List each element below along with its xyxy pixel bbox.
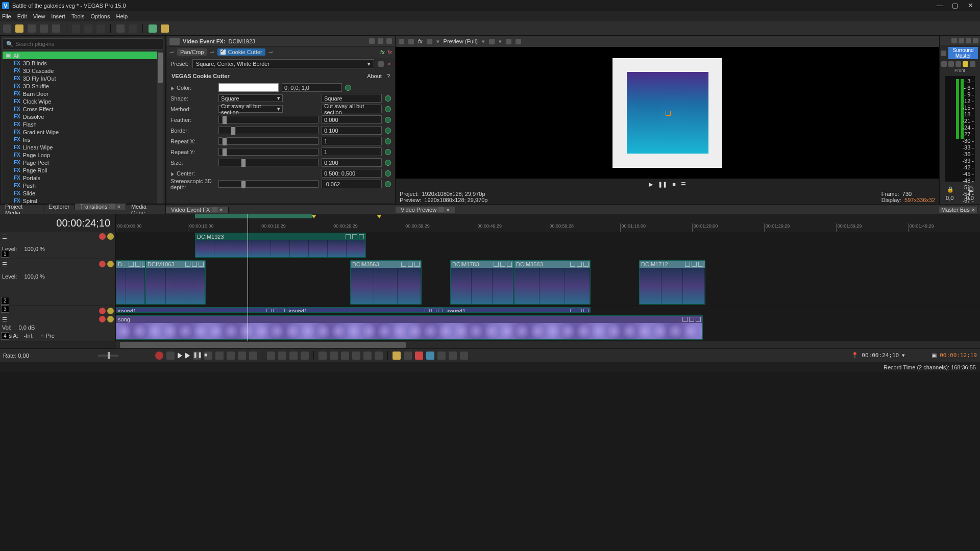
flag4-icon[interactable]: [426, 352, 434, 360]
mute-icon[interactable]: [99, 308, 106, 314]
menu-icon[interactable]: ☰: [2, 316, 7, 323]
plugin-item[interactable]: FX3D Fly In/Out: [3, 74, 163, 82]
param-value[interactable]: 1: [322, 147, 382, 156]
menu-view[interactable]: View: [33, 13, 45, 19]
misc3-icon[interactable]: [460, 352, 468, 360]
keyframe-icon[interactable]: [385, 138, 391, 144]
save-preset-icon[interactable]: [378, 61, 384, 67]
menu-help[interactable]: Help: [116, 13, 128, 19]
track-header[interactable]: ☰Vol: 0,0 dBBus A: -Inf. ○ Pre4: [0, 314, 116, 341]
level-value[interactable]: 100,0 %: [24, 246, 44, 252]
menu-insert[interactable]: Insert: [51, 13, 65, 19]
clip-crop-icon[interactable]: [425, 309, 430, 313]
clip-menu-icon[interactable]: [583, 309, 589, 313]
plugin-item[interactable]: FX3D Shuffle: [3, 82, 163, 90]
quant-icon[interactable]: [341, 352, 349, 360]
track-surface[interactable]: song: [116, 314, 980, 341]
save-icon[interactable]: [28, 24, 36, 33]
play-icon[interactable]: [185, 353, 190, 359]
pause-icon[interactable]: ❚❚: [658, 181, 667, 188]
keyframe-icon[interactable]: [385, 95, 391, 102]
clip-crop-icon[interactable]: [346, 234, 351, 239]
fx-clip-icon[interactable]: [169, 38, 180, 45]
param-slider[interactable]: [218, 159, 318, 166]
clip[interactable]: DCIM3563: [350, 260, 422, 305]
close-tab-icon[interactable]: ×: [972, 207, 975, 213]
chain-pancrop[interactable]: Pan/Crop: [177, 48, 207, 56]
menu-icon[interactable]: ☰: [2, 234, 7, 240]
plugin-item[interactable]: FXCross Effect: [3, 105, 163, 113]
pre-label[interactable]: Pre: [46, 333, 55, 339]
master-settings-icon[interactable]: [951, 38, 957, 43]
marker[interactable]: [312, 215, 316, 218]
clip-menu-icon[interactable]: [280, 309, 285, 313]
plugin-item[interactable]: FXPage Peel: [3, 159, 163, 166]
track-header[interactable]: ☰Level: 100,0 %1: [0, 232, 116, 259]
param-value[interactable]: Cut away all but section: [322, 105, 382, 113]
tab-media-gen[interactable]: Media Gene: [126, 204, 166, 216]
param-value[interactable]: 0,500; 0,500: [322, 169, 382, 178]
tool-z-icon[interactable]: [301, 352, 309, 360]
fx-remove-icon[interactable]: fx: [387, 49, 392, 55]
flag2-icon[interactable]: [404, 352, 412, 360]
keyframe-icon[interactable]: [385, 106, 391, 112]
master-output-icon[interactable]: [941, 51, 946, 56]
tab-explorer[interactable]: Explorer: [43, 204, 75, 210]
minimize-button[interactable]: —: [932, 2, 947, 9]
tool-normal-icon[interactable]: [267, 352, 275, 360]
master-a-icon[interactable]: [948, 61, 954, 67]
tab-video-preview[interactable]: Video Preview×: [396, 207, 455, 213]
clip[interactable]: DCIM1712: [639, 260, 705, 305]
preview-viewport[interactable]: [396, 47, 939, 179]
param-value[interactable]: 0,100: [322, 126, 382, 135]
plugin-item[interactable]: FXIris: [3, 136, 163, 143]
track-header[interactable]: ☰Level: 100,0 %2: [0, 259, 116, 306]
solo-icon[interactable]: [107, 316, 114, 322]
clip-crop-icon[interactable]: [185, 262, 190, 267]
menu-options[interactable]: Options: [91, 13, 110, 19]
clip[interactable]: D...: [116, 260, 145, 305]
record-icon[interactable]: [155, 352, 163, 360]
chain-cookiecutter[interactable]: Cookie Cutter: [217, 48, 265, 56]
clip-crop-icon[interactable]: [401, 262, 406, 267]
tree-root[interactable]: ▣All: [3, 52, 163, 59]
clip-menu-icon[interactable]: [583, 262, 589, 267]
misc2-icon[interactable]: [449, 352, 457, 360]
plugin-item[interactable]: FXGradient Wipe: [3, 128, 163, 136]
plugin-item[interactable]: FXDissolve: [3, 113, 163, 120]
clip-crop-icon[interactable]: [685, 262, 690, 267]
undock-icon[interactable]: [212, 207, 217, 212]
master-dim-icon[interactable]: [973, 38, 978, 43]
clip-fx-icon[interactable]: [431, 309, 436, 313]
clip-menu-icon[interactable]: [414, 262, 420, 267]
close-button[interactable]: ✕: [963, 2, 978, 9]
keyframe-icon[interactable]: [385, 117, 391, 123]
tool1-icon[interactable]: [149, 24, 157, 33]
auto-icon[interactable]: [363, 352, 372, 360]
layout2-icon[interactable]: [378, 38, 383, 44]
undock-icon[interactable]: [438, 207, 444, 212]
solo-icon[interactable]: [107, 308, 114, 314]
plugin-item[interactable]: FXPage Loop: [3, 151, 163, 159]
tool-zoom-icon[interactable]: [289, 352, 298, 360]
layout3-icon[interactable]: [386, 38, 392, 44]
clip-fx-icon[interactable]: [408, 262, 413, 267]
tool2-icon[interactable]: [161, 24, 169, 33]
clip-fx-icon[interactable]: [692, 262, 697, 267]
mute-icon[interactable]: [99, 316, 106, 322]
vol-value[interactable]: 0,0 dB: [18, 324, 35, 331]
loop-region[interactable]: [195, 214, 312, 218]
clip-menu-icon[interactable]: [698, 262, 703, 267]
rate-display[interactable]: Rate: 0,00: [3, 353, 95, 359]
keyframe-icon[interactable]: [385, 181, 391, 187]
master-expand-icon[interactable]: [959, 38, 964, 43]
delete-preset-icon[interactable]: ×: [388, 61, 391, 67]
open-icon[interactable]: [15, 24, 23, 33]
plugin-item[interactable]: FXLinear Wipe: [3, 143, 163, 151]
clip-crop-icon[interactable]: [570, 262, 575, 267]
preview-split-icon[interactable]: [427, 39, 432, 44]
master-fx-icon[interactable]: [941, 61, 947, 67]
param-value[interactable]: 0,200: [322, 158, 382, 167]
redo-icon[interactable]: [129, 24, 137, 33]
level-value[interactable]: 100,0 %: [24, 273, 44, 280]
